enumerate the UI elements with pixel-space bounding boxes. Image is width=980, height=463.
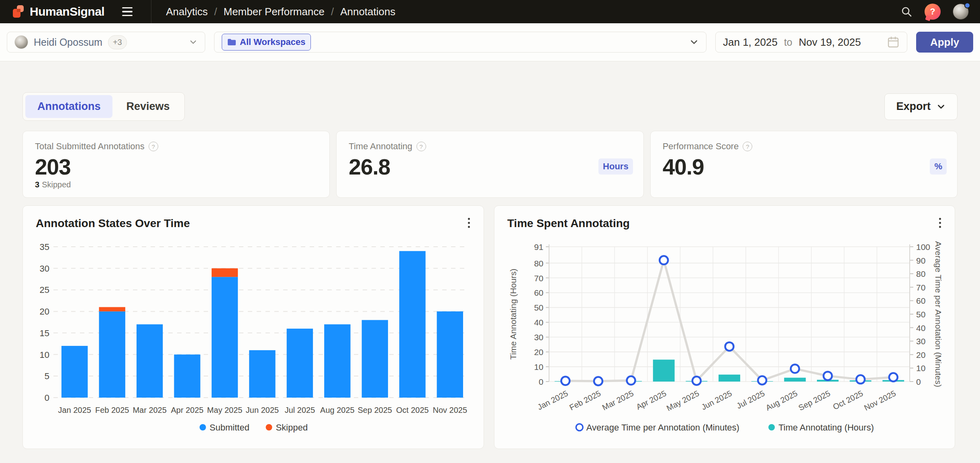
breadcrumb-annotations[interactable]: Annotations [340,6,395,18]
svg-text:Skipped: Skipped [276,422,308,433]
topbar-actions: ? [900,4,969,20]
date-join-label: to [784,37,792,48]
chart-legend: SubmittedSkipped [200,422,308,433]
tab-reviews[interactable]: Reviews [114,95,182,118]
time-spent-chart: 0102030405060708091010203040506070809010… [507,233,943,436]
user-avatar[interactable] [953,4,969,20]
svg-text:50: 50 [916,310,925,319]
svg-text:30: 30 [534,333,543,342]
search-icon[interactable] [900,6,913,18]
stat-card-performance-score: Performance Score ? 40.9 % [650,131,958,198]
svg-text:Apr 2025: Apr 2025 [171,406,204,414]
charts-row: Annotation States Over Time 051015202530… [22,205,958,449]
svg-text:25: 25 [40,285,49,295]
help-glyph: ? [930,6,935,17]
svg-text:70: 70 [916,283,925,292]
workspace-select[interactable]: All Workspaces [214,32,706,53]
svg-text:Time Annotating (Hours): Time Annotating (Hours) [508,269,518,360]
apply-button[interactable]: Apply [916,32,973,53]
member-avatar [14,35,28,49]
svg-text:Aug 2025: Aug 2025 [320,406,355,414]
help-circle-icon[interactable]: ? [149,142,158,151]
legend-item[interactable]: Submitted [200,422,249,433]
svg-text:0: 0 [916,377,921,386]
svg-text:Aug 2025: Aug 2025 [764,389,799,412]
unit-badge-percent: % [930,158,947,175]
kebab-menu-icon[interactable] [466,216,472,229]
svg-text:Sep 2025: Sep 2025 [358,406,392,414]
hamburger-menu-icon[interactable] [120,5,134,19]
export-button[interactable]: Export [884,93,958,120]
breadcrumb-separator: / [214,6,217,18]
workspaces-chip-label: All Workspaces [240,37,305,47]
svg-text:40: 40 [534,318,543,327]
svg-text:May 2025: May 2025 [665,389,700,412]
date-range-picker[interactable]: Jan 1, 2025 to Nov 19, 2025 [715,32,907,53]
top-navigation-bar: HumanSignal Analytics / Member Performan… [0,0,980,23]
svg-text:Time Annotating (Hours): Time Annotating (Hours) [778,422,874,433]
svg-text:10: 10 [40,350,49,360]
svg-text:20: 20 [534,347,543,357]
svg-text:30: 30 [916,337,925,346]
svg-text:80: 80 [534,259,543,268]
svg-text:Jul 2025: Jul 2025 [735,389,766,410]
chevron-down-icon [689,37,699,47]
svg-text:0: 0 [539,377,543,386]
svg-text:0: 0 [45,393,49,403]
folder-icon [227,38,236,46]
chart-title: Annotation States Over Time [36,217,471,230]
member-select[interactable]: Heidi Opossum +3 [7,32,205,53]
svg-text:Average Time per Annotation (M: Average Time per Annotation (Minutes) [934,241,943,387]
svg-text:30: 30 [40,264,49,274]
calendar-icon [887,36,900,49]
legend-item[interactable]: Skipped [266,422,308,433]
breadcrumb: Analytics / Member Performance / Annotat… [166,6,395,18]
svg-text:Feb 2025: Feb 2025 [95,406,129,414]
svg-text:Mar 2025: Mar 2025 [601,389,635,412]
svg-text:Jan 2025: Jan 2025 [536,389,569,412]
kebab-menu-icon[interactable] [937,216,943,229]
stat-card-total-submitted: Total Submitted Annotations ? 203 3Skipp… [22,131,330,198]
svg-text:10: 10 [916,363,925,373]
annotation-states-chart: 05101520253035Jan 2025Feb 2025Mar 2025Ap… [36,233,472,436]
help-circle-icon[interactable]: ? [743,142,752,151]
svg-text:90: 90 [916,256,925,265]
breadcrumb-separator: / [331,6,334,18]
chart-time-spent: Time Spent Annotating 010203040506070809… [494,205,955,449]
chart-annotation-states: Annotation States Over Time 051015202530… [22,205,484,449]
humansignal-logo[interactable]: HumanSignal [11,4,104,19]
svg-text:Jun 2025: Jun 2025 [700,389,733,412]
main-content: Annotations Reviews Export Total Submitt… [0,61,980,449]
stat-value: 203 [35,154,317,180]
svg-text:35: 35 [40,242,49,252]
svg-text:Nov 2025: Nov 2025 [863,389,897,412]
tabs-row: Annotations Reviews Export [22,92,958,121]
member-extra-count-badge: +3 [108,35,127,49]
legend-item[interactable]: Average Time per Annotation (Minutes) [576,422,739,433]
status-dot [964,2,970,8]
svg-text:5: 5 [45,371,49,381]
legend-item[interactable]: Time Annotating (Hours) [768,422,874,433]
svg-text:Sep 2025: Sep 2025 [797,389,831,412]
svg-text:10: 10 [534,362,543,372]
help-circle-icon[interactable]: ? [416,142,426,151]
svg-text:80: 80 [916,269,925,278]
filter-bar: Heidi Opossum +3 All Workspaces Jan 1, 2… [0,23,980,61]
date-to: Nov 19, 2025 [799,36,861,49]
date-from: Jan 1, 2025 [723,36,778,49]
svg-text:50: 50 [534,303,543,312]
chevron-down-icon [936,102,946,112]
divider [151,0,151,23]
chevron-down-icon [189,38,198,47]
svg-text:60: 60 [916,296,925,305]
humansignal-logo-icon [11,4,26,19]
all-workspaces-chip[interactable]: All Workspaces [222,34,311,51]
breadcrumb-member-performance[interactable]: Member Performance [223,6,324,18]
breadcrumb-analytics[interactable]: Analytics [166,6,208,18]
svg-text:Jul 2025: Jul 2025 [285,406,315,414]
tab-annotations[interactable]: Annotations [25,95,112,118]
help-icon[interactable]: ? [925,4,941,20]
chart-title: Time Spent Annotating [507,217,942,230]
svg-text:Submitted: Submitted [210,422,249,433]
svg-text:15: 15 [40,328,49,338]
